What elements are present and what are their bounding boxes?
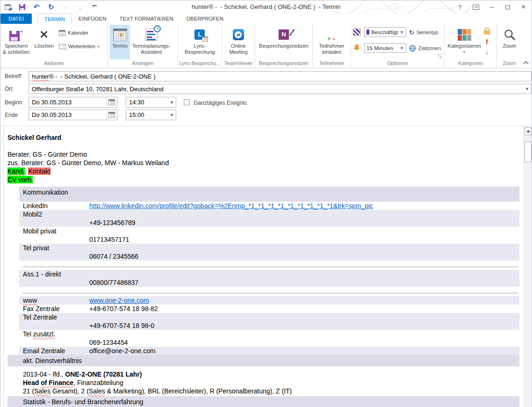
reminder-bell-icon xyxy=(353,44,360,51)
busy-color-swatch xyxy=(367,29,369,35)
kategorisieren-button[interactable]: Kategorisieren ▾ xyxy=(445,25,484,59)
betreff-input[interactable]: hunter® - - Schickel, Gerhard ( ONE-2-ON… xyxy=(29,71,532,81)
www-row-link[interactable]: www.one-2-one.com xyxy=(89,296,149,305)
field-value: +49-6707-574 18 98-82 xyxy=(89,305,158,313)
kalender-button[interactable]: Kalender xyxy=(59,29,100,37)
tab-termin[interactable]: TERMIN xyxy=(37,14,72,24)
field-label: Mobil privat xyxy=(19,227,519,235)
beginn-datepicker-button[interactable] xyxy=(107,98,116,106)
save-close-icon: → xyxy=(9,28,23,41)
quick-access-toolbar: ↶ ↻ ↑ ↓ xyxy=(3,0,99,14)
notes-body-content[interactable]: Schickel GerhardBerater: GS - Günter Dem… xyxy=(0,126,524,407)
field-label: Tel zusätzl. xyxy=(19,330,519,338)
mobil2-row: Mobil2+49-123456789 xyxy=(19,210,519,227)
section-header: akt. Dienstverhältnis xyxy=(7,355,519,366)
undo-icon[interactable]: ↶ xyxy=(32,3,41,11)
weiterleiten-button[interactable]: Weiterleiten ▾ xyxy=(59,42,100,51)
teilnehmer-einladen-button[interactable]: +– Teilnehmer einladen xyxy=(317,25,347,59)
vertical-scrollbar[interactable] xyxy=(524,127,532,407)
field-label: Mobil2 xyxy=(19,210,519,218)
allday-checkbox[interactable] xyxy=(184,99,190,105)
close-icon[interactable]: × xyxy=(518,2,530,12)
dropdown-caret-icon[interactable]: ▼ xyxy=(525,87,529,91)
linkedin-row-link[interactable]: http://www.linkedin.com/profile/edit?gob… xyxy=(89,202,373,210)
beginn-label: Beginn xyxy=(5,99,22,106)
categorize-icon xyxy=(458,29,471,41)
section-header: Statistik - Berufs- und Branchenerfahrun… xyxy=(7,396,519,407)
ribbon-group-teilnehmer: +– Teilnehmer einladen Teilnehmer xyxy=(313,24,351,68)
field-value: +49-123456789 xyxy=(89,219,136,226)
ende-time-select[interactable]: 15:00 ▼ xyxy=(126,109,176,120)
body-text-line: Kand., Kontakt xyxy=(7,167,524,175)
lync-icon: L xyxy=(194,29,205,40)
reminder-select[interactable]: 15 Minuten ▼ xyxy=(364,43,406,53)
body-text-line: zus. Berater: GS - Günter Demo, MW - Mar… xyxy=(7,159,524,167)
lync-besprechung-button[interactable]: L Lync- Besprechung xyxy=(182,25,217,59)
tab-datei[interactable]: DATEI xyxy=(0,14,32,24)
besprechungsnotizen-button[interactable]: N Besprechungsnotizen xyxy=(257,25,311,59)
calendar-icon xyxy=(59,30,65,36)
field-label: Tel Zentrale xyxy=(19,313,519,321)
tel-zentrale-row: Tel Zentrale+49-6707-574 18 98-0 xyxy=(19,313,519,330)
dropdown-caret-icon[interactable]: ▼ xyxy=(170,100,174,105)
ort-combobox[interactable]: Offenburger Straße 10, 70281 Lahr, Deuts… xyxy=(29,84,532,94)
notes-body-area: Schickel GerhardBerater: GS - Günter Dem… xyxy=(0,126,532,407)
recurrence-icon: ↻ xyxy=(409,29,414,36)
dropdown-caret-icon: ▾ xyxy=(463,49,465,55)
delete-button[interactable]: Löschen xyxy=(32,25,56,59)
zeitzonen-button[interactable]: Zeitzonen xyxy=(409,44,441,52)
low-importance-icon[interactable]: ↓ xyxy=(485,48,489,56)
high-importance-icon[interactable]: ! xyxy=(486,37,488,45)
tab-text-formatieren[interactable]: TEXT FORMATIEREN xyxy=(113,14,180,24)
dropdown-caret-icon: ▼ xyxy=(398,46,406,51)
online-meeting-button[interactable]: ⇄ Online Meeting xyxy=(227,25,250,59)
appointment-icon[interactable] xyxy=(3,3,12,11)
field-label: Email Zentrale xyxy=(19,347,89,355)
title-bar: ↶ ↻ ↑ ↓ hunter® - - Schickel, Gerhard ( … xyxy=(0,0,532,14)
scheduling-assistant-icon xyxy=(145,29,158,41)
beginn-time-select[interactable]: 14:30 ▼ xyxy=(126,97,176,108)
separator-line xyxy=(22,267,518,267)
field-value: 00800/77486837 xyxy=(89,279,138,286)
save-close-button[interactable]: → Speichern & schließen xyxy=(0,25,32,59)
appointment-form: Betreff hunter® - - Schickel, Gerhard ( … xyxy=(0,68,532,126)
move-up-icon[interactable]: ↑ xyxy=(61,3,70,11)
termin-view-button[interactable]: Termin xyxy=(110,25,130,59)
ende-datepicker-button[interactable] xyxy=(107,111,116,119)
customize-qat-icon[interactable] xyxy=(90,3,99,11)
ribbon-group-besprechungsnotizen: N Besprechungsnotizen Besprechungsnotize… xyxy=(255,24,313,68)
tab-ueberpruefen[interactable]: ÜBERPRÜFEN xyxy=(180,14,230,24)
spacer xyxy=(0,142,524,150)
field-label: Ass.1 - direkt xyxy=(19,270,519,278)
serientyp-button[interactable]: ↻ Serientyp xyxy=(409,28,438,36)
private-lock-icon[interactable] xyxy=(484,28,490,35)
onenote-icon: N xyxy=(279,29,289,40)
scrollbar-thumb[interactable] xyxy=(525,141,532,162)
move-down-icon[interactable]: ↓ xyxy=(76,3,84,11)
show-as-select[interactable]: Beschäftigt ▼ xyxy=(364,27,406,37)
zoom-button[interactable]: Zoom xyxy=(500,25,518,59)
help-icon[interactable]: ? xyxy=(454,2,466,12)
dropdown-caret-icon[interactable]: ▼ xyxy=(170,113,174,117)
separator-line xyxy=(22,293,518,293)
ribbon-display-options-icon[interactable] xyxy=(470,2,482,12)
terminplanungs-assistent-button[interactable]: Terminplanungs- Assistent xyxy=(130,25,173,59)
beginn-date-input[interactable]: Do 30.05.2013 xyxy=(29,97,117,108)
collapse-ribbon-icon[interactable] xyxy=(524,61,528,65)
field-value: 06074 / 2345566 xyxy=(89,253,138,260)
ende-date-input[interactable]: Do 30.05.2013 xyxy=(29,109,117,120)
options-dialog-launcher-icon[interactable]: ↘ xyxy=(438,54,443,59)
datepicker-icon xyxy=(108,112,115,118)
fax-zentrale-row: Fax Zentrale+49-6707-574 18 98-82 xyxy=(19,305,519,313)
forward-icon xyxy=(59,44,66,49)
restore-icon[interactable] xyxy=(502,2,514,12)
linkedin-row: LinkedInhttp://www.linkedin.com/profile/… xyxy=(19,202,519,210)
minimize-icon[interactable] xyxy=(486,2,498,12)
save-icon[interactable] xyxy=(18,3,26,11)
field-value: office@one-2-one.com xyxy=(89,347,156,355)
zoom-magnifier-icon xyxy=(503,29,516,41)
scroll-up-icon[interactable] xyxy=(525,127,532,135)
redo-icon[interactable]: ↻ xyxy=(47,3,55,11)
tab-einfuegen[interactable]: EINFÜGEN xyxy=(72,14,113,24)
datepicker-icon xyxy=(108,99,115,105)
